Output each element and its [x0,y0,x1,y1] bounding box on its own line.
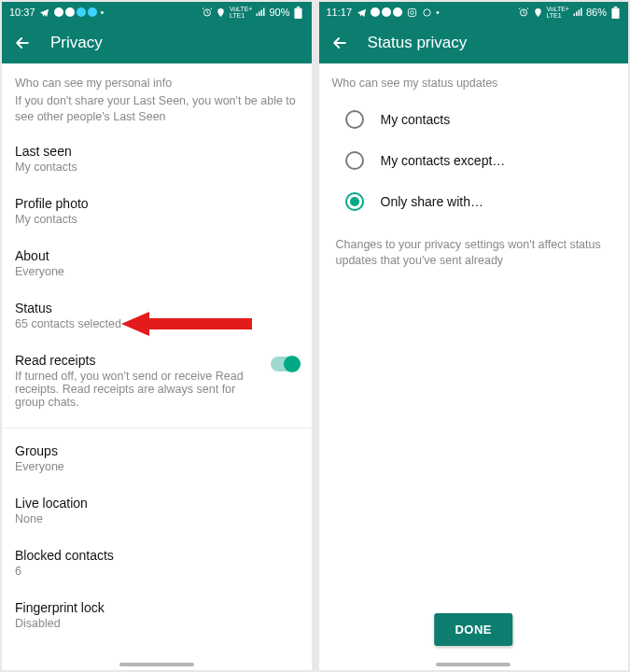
item-sub: My contacts [15,161,299,174]
privacy-content[interactable]: Who can see my personal info If you don'… [2,63,312,670]
status-time: 11:17 [327,7,353,18]
item-title: Last seen [15,144,299,159]
item-title: Profile photo [15,196,299,211]
svg-rect-9 [613,7,616,8]
item-title: Blocked contacts [15,548,299,563]
radio-list: My contacts My contacts except… Only sha… [319,93,629,228]
back-icon[interactable] [13,34,32,52]
circle-icon [421,7,432,18]
option-only-share-with[interactable]: Only share with… [319,181,629,222]
svg-rect-4 [408,8,415,16]
battery-pct: 90% [269,7,289,18]
section-header: Who can see my personal info [2,63,312,93]
more-icon: • [436,7,440,18]
item-profile-photo[interactable]: Profile photo My contacts [2,185,312,237]
status-bar: 10:37 • VoLTE+ LTE1 90% [2,2,312,22]
alarm-icon [518,7,529,18]
back-icon[interactable] [330,34,349,52]
alarm-icon [202,7,213,18]
network-label: VoLTE+ LTE1 [230,6,253,19]
status-privacy-content: Who can see my status updates My contact… [319,63,629,670]
radio-icon [345,110,364,129]
item-title: Live location [15,496,299,511]
section-header: Who can see my status updates [319,63,629,93]
signal-icon [255,7,266,18]
item-blocked-contacts[interactable]: Blocked contacts 6 [2,537,312,589]
location-icon [216,7,227,18]
item-sub: None [15,512,299,525]
item-fingerprint-lock[interactable]: Fingerprint lock Disabled [2,589,312,641]
status-privacy-screen: 11:17 • VoLTE+ LTE1 [319,2,629,670]
item-title: Groups [15,443,299,458]
signal-icon [572,7,583,18]
item-title: Fingerprint lock [15,600,299,615]
radio-label: My contacts except… [381,153,506,168]
radio-icon [345,192,364,211]
telegram-icon [39,7,50,18]
section-desc: If you don't share your Last Seen, you w… [2,93,312,133]
page-title: Privacy [50,34,103,52]
item-sub: 65 contacts selected [15,317,299,330]
status-app-icons [371,7,402,17]
app-bar: Privacy [2,22,312,63]
battery-pct: 86% [586,7,607,18]
item-read-receipts[interactable]: Read receipts If turned off, you won't s… [2,342,312,420]
status-time: 10:37 [9,7,35,18]
item-sub: Everyone [15,460,299,473]
option-my-contacts-except[interactable]: My contacts except… [319,140,629,181]
status-bar: 11:17 • VoLTE+ LTE1 [319,2,629,22]
privacy-screen: 10:37 • VoLTE+ LTE1 90% [2,2,312,670]
item-groups[interactable]: Groups Everyone [2,432,312,484]
instagram-icon [406,7,417,18]
item-title: Status [15,301,299,315]
done-button[interactable]: DONE [434,613,512,646]
item-title: Read receipts [15,353,261,368]
item-title: About [15,248,299,263]
item-last-seen[interactable]: Last seen My contacts [2,133,312,185]
svg-rect-1 [294,7,301,18]
svg-point-5 [410,10,413,14]
item-sub: If turned off, you won't send or receive… [15,370,261,409]
item-live-location[interactable]: Live location None [2,484,312,537]
gesture-handle [119,663,194,666]
read-receipts-toggle[interactable] [271,357,299,371]
telegram-icon [356,7,367,18]
page-title: Status privacy [368,34,468,52]
item-sub: 6 [15,565,299,578]
more-icon: • [101,7,105,18]
option-my-contacts[interactable]: My contacts [319,99,629,140]
item-sub: My contacts [15,213,299,226]
item-status[interactable]: Status 65 contacts selected [2,289,312,342]
radio-icon [345,151,364,170]
divider [2,427,312,428]
gesture-handle [436,663,511,666]
item-sub: Disabled [15,617,299,630]
app-bar: Status privacy [319,22,629,63]
location-icon [532,7,543,18]
item-sub: Everyone [15,265,299,278]
status-app-icons [54,7,97,17]
svg-rect-2 [297,7,300,8]
radio-label: Only share with… [381,194,483,209]
battery-icon [609,7,621,18]
svg-rect-8 [611,7,619,18]
svg-point-6 [423,8,429,15]
network-label: VoLTE+ LTE1 [546,6,569,19]
item-about[interactable]: About Everyone [2,237,312,289]
battery-icon [293,7,304,18]
radio-label: My contacts [381,112,451,127]
footnote: Changes to your privacy settings won't a… [319,228,629,278]
